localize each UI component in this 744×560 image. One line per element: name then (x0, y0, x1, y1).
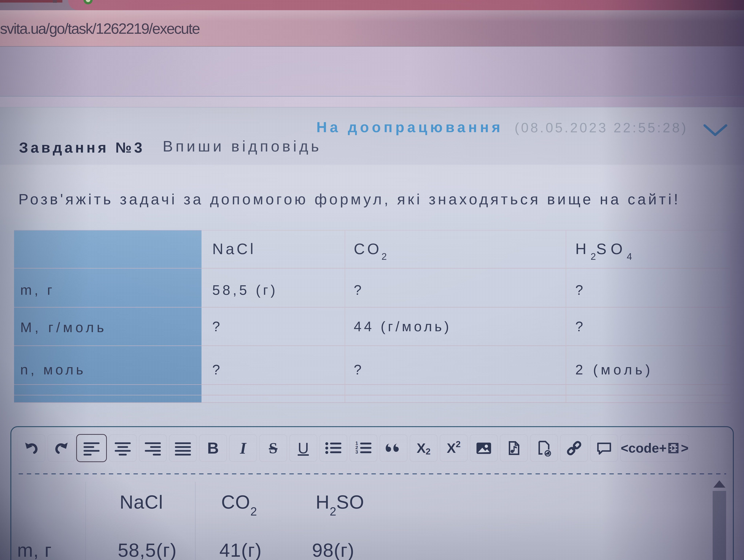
svg-text:3: 3 (356, 449, 358, 455)
